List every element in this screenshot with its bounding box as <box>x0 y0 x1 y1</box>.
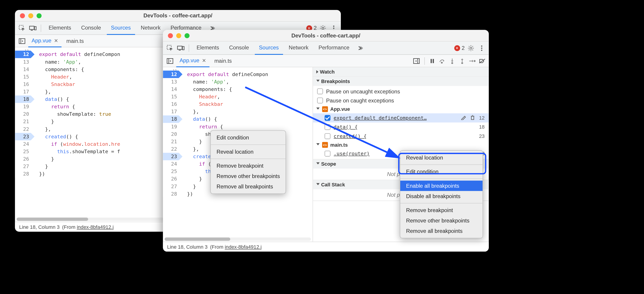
gutter-line[interactable]: 19 <box>163 123 179 130</box>
panel-tab-network[interactable]: Network <box>284 41 313 55</box>
edit-icon[interactable] <box>461 115 467 121</box>
code-line[interactable]: showTemplate: true <box>39 110 120 118</box>
minimize-window-icon[interactable] <box>28 13 33 18</box>
gutter-line[interactable]: 22 <box>163 145 179 153</box>
pause-uncaught-checkbox[interactable]: Pause on uncaught exceptions <box>313 87 489 96</box>
context-menu-item[interactable]: Disable all breakpoints <box>400 191 482 201</box>
navigator-toggle-icon[interactable] <box>18 36 26 45</box>
gutter-line[interactable]: 28 <box>163 190 179 198</box>
context-menu-item[interactable]: Remove breakpoint <box>400 205 482 216</box>
breakpoint-group[interactable]: <>App.vue <box>313 105 489 113</box>
code-line[interactable]: } <box>39 118 120 125</box>
gutter-line[interactable]: 25 <box>163 168 179 175</box>
context-menu-item[interactable]: Reveal location <box>400 152 482 163</box>
code-line[interactable]: data() { <box>39 95 120 103</box>
horizontal-scrollbar[interactable] <box>165 237 311 241</box>
gutter-line[interactable]: 26 <box>163 175 179 183</box>
context-menu-item[interactable]: Edit condition <box>211 132 286 143</box>
code-line[interactable]: name: 'App', <box>187 78 268 85</box>
inspect-element-icon[interactable] <box>18 23 26 32</box>
breakpoint-checkbox[interactable] <box>324 133 330 139</box>
close-tab-icon[interactable]: ✕ <box>202 57 206 63</box>
context-menu-item[interactable]: Remove all breakpoints <box>211 181 286 192</box>
delete-icon[interactable] <box>470 115 476 121</box>
maximize-window-icon[interactable] <box>36 13 42 18</box>
code-line[interactable]: export default defineCompon <box>187 71 268 78</box>
code-line[interactable]: } <box>39 155 120 163</box>
inspect-element-icon[interactable] <box>165 43 174 52</box>
gutter-line[interactable]: 13 <box>163 78 179 85</box>
source-file-link[interactable]: index-8bfa4912.j <box>225 244 262 250</box>
gutter-line[interactable]: 24 <box>15 140 31 148</box>
code-editor[interactable]: 111213141516171819202122232425262728expo… <box>15 47 178 222</box>
gutter-line[interactable]: 20 <box>15 110 31 118</box>
gutter-line[interactable]: 17 <box>163 108 179 115</box>
file-tab-app[interactable]: App.vue ✕ <box>28 35 62 47</box>
code-line[interactable]: name: 'App', <box>39 58 120 66</box>
code-line[interactable]: }, <box>39 125 120 133</box>
gutter-line[interactable]: 18 <box>15 95 31 103</box>
code-line[interactable]: }, <box>187 108 268 115</box>
context-menu-item[interactable]: Remove other breakpoints <box>211 171 286 181</box>
code-line[interactable]: }, <box>39 88 120 95</box>
gutter-line[interactable]: 15 <box>15 73 31 80</box>
error-count[interactable]: ✕ 2 <box>454 45 465 51</box>
gutter-line[interactable]: 16 <box>15 80 31 88</box>
breakpoint-checkbox[interactable] <box>324 151 330 157</box>
pause-caught-checkbox[interactable]: Pause on caught exceptions <box>313 96 489 105</box>
step-out-icon[interactable] <box>458 57 466 65</box>
breakpoint-item[interactable]: created() {23 <box>313 132 489 141</box>
gutter-line[interactable]: 21 <box>15 118 31 125</box>
close-window-icon[interactable] <box>20 13 25 18</box>
panel-tab-console[interactable]: Console <box>225 41 253 55</box>
code-line[interactable]: created() { <box>39 133 120 140</box>
maximize-window-icon[interactable] <box>184 33 190 38</box>
pause-icon[interactable] <box>428 57 436 65</box>
code-line[interactable]: components: { <box>39 66 120 73</box>
context-menu-item[interactable]: Remove other breakpoints <box>400 216 482 226</box>
code-line[interactable]: Snackbar <box>39 80 120 88</box>
device-toolbar-icon[interactable] <box>176 43 185 52</box>
watch-section[interactable]: Watch <box>313 67 489 76</box>
gutter-line[interactable]: 28 <box>15 170 31 178</box>
code-line[interactable]: }) <box>39 170 120 178</box>
gutter-line[interactable]: 24 <box>163 160 179 168</box>
file-tab-main[interactable]: main.ts <box>211 55 235 67</box>
breakpoint-item[interactable]: data() {18 <box>313 122 489 132</box>
breakpoint-group[interactable]: <>main.ts <box>313 141 489 149</box>
device-toolbar-icon[interactable] <box>28 23 37 32</box>
close-window-icon[interactable] <box>168 33 173 38</box>
code-line[interactable]: return { <box>187 123 268 130</box>
gutter-line[interactable]: 27 <box>15 163 31 170</box>
deactivate-breakpoints-icon[interactable] <box>478 57 486 65</box>
code-line[interactable]: export default defineCompon <box>39 50 120 58</box>
gutter-line[interactable]: 19 <box>15 103 31 110</box>
navigator-toggle-icon[interactable] <box>165 56 174 65</box>
settings-icon[interactable] <box>466 43 475 52</box>
gutter-line[interactable]: 26 <box>15 155 31 163</box>
file-tab-main[interactable]: main.ts <box>63 35 87 47</box>
gutter-line[interactable]: 23 <box>15 133 31 140</box>
step-into-icon[interactable] <box>448 57 456 65</box>
file-tab-app[interactable]: App.vue ✕ <box>176 55 210 67</box>
code-line[interactable]: } <box>39 163 120 170</box>
code-line[interactable]: data() { <box>187 115 268 123</box>
breakpoint-item[interactable]: export default defineComponent…12 <box>313 113 489 122</box>
context-menu-item[interactable]: Remove all breakpoints <box>400 226 482 236</box>
panel-tab-network[interactable]: Network <box>137 21 165 35</box>
code-line[interactable]: Header, <box>187 93 268 100</box>
panel-tab-performance[interactable]: Performance <box>314 41 354 55</box>
close-tab-icon[interactable]: ✕ <box>54 38 58 43</box>
gutter-line[interactable]: 12 <box>15 50 31 58</box>
gutter-line[interactable]: 14 <box>163 85 179 93</box>
step-icon[interactable] <box>468 57 476 65</box>
panel-tab-sources[interactable]: Sources <box>107 21 135 35</box>
gutter-line[interactable]: 25 <box>15 148 31 155</box>
context-menu-item[interactable]: Edit condition <box>400 167 482 177</box>
breakpoint-checkbox[interactable] <box>324 124 330 130</box>
panel-tab-elements[interactable]: Elements <box>192 41 224 55</box>
code-line[interactable]: components: { <box>187 85 268 93</box>
gutter-line[interactable]: 23 <box>163 153 179 160</box>
gutter-line[interactable]: 15 <box>163 93 179 100</box>
debugger-toggle-icon[interactable] <box>412 56 421 65</box>
